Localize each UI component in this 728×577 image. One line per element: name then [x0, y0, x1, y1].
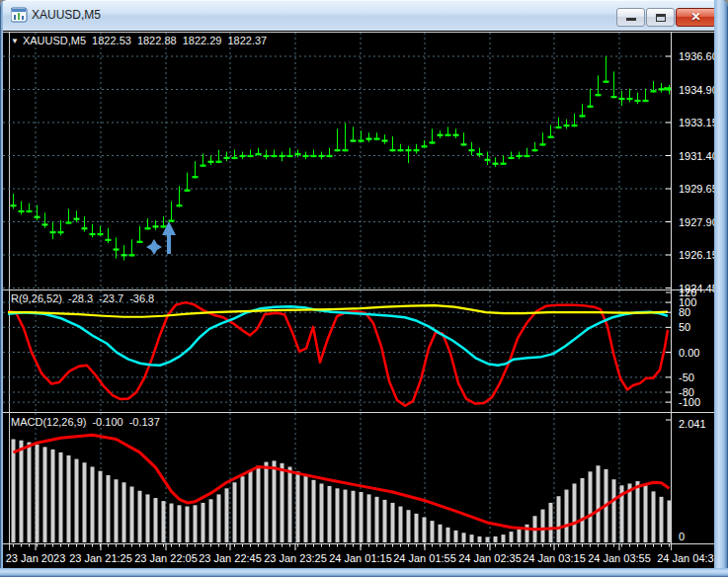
candle-body: [619, 98, 624, 99]
ohlc-header: ▼XAUUSD,M51822.531822.881822.291822.37: [11, 35, 273, 46]
macd-histogram-bar: [59, 453, 63, 542]
candle-body: [280, 155, 284, 156]
candle-body: [27, 210, 32, 211]
time-label: 23 Jan 22:45: [199, 552, 262, 564]
macd-histogram-bar: [454, 531, 458, 542]
chart-window: XAUUSD,M5 ✕ ▼XAUUSD,M51822.531822.881822…: [0, 0, 728, 577]
close-button[interactable]: ✕: [676, 8, 716, 27]
macd-histogram-bar: [565, 490, 569, 542]
window-border-left: [0, 0, 3, 577]
macd-histogram-bar: [83, 462, 87, 542]
macd-histogram-bar: [470, 535, 474, 542]
macd-histogram-bar: [415, 514, 419, 542]
time-label: 23 Jan 2023: [6, 552, 66, 564]
candle-body: [145, 228, 150, 229]
macd-histogram-bar: [407, 510, 411, 542]
maximize-icon: [656, 14, 666, 22]
r-indicator-canvas[interactable]: [3, 290, 671, 412]
maximize-button[interactable]: [646, 8, 675, 27]
macd-axis-min: 0: [679, 531, 685, 542]
candle-body: [295, 153, 300, 154]
macd-label: MACD(12,26,9): [11, 416, 86, 428]
star-icon: [146, 239, 162, 255]
chart-client-area[interactable]: ▼XAUUSD,M51822.531822.881822.291822.37 R…: [3, 31, 714, 568]
candle-body: [572, 124, 577, 125]
macd-histogram-bar: [344, 490, 348, 542]
current-price-marker: [664, 87, 671, 90]
macd-histogram-bar: [612, 479, 616, 542]
candle-body: [390, 150, 395, 151]
candle-body: [596, 95, 601, 96]
price-axis-label: 1931.40: [679, 150, 718, 162]
collapse-arrow-icon[interactable]: ▼: [11, 37, 19, 45]
candle-body: [177, 206, 182, 206]
macd-histogram-bar: [281, 463, 284, 542]
macd-histogram-bar: [91, 466, 95, 542]
candle-body: [137, 241, 142, 242]
macd-canvas[interactable]: [3, 413, 671, 543]
macd-axis-max: 2.041: [679, 418, 706, 430]
price-axis-column[interactable]: 1936.601934.901933.151931.401929.651927.…: [673, 31, 714, 568]
candle-body: [351, 140, 356, 141]
r-indicator-header: R(9,26,52)-28.3-23.7-36.8: [11, 292, 160, 304]
r-axis-label: 50: [679, 321, 690, 333]
price-panel-canvas[interactable]: [3, 33, 671, 289]
macd-histogram-bar: [99, 471, 103, 542]
candle-body: [98, 233, 103, 234]
macd-value-1: -0.100: [92, 416, 122, 428]
candle-body: [414, 150, 419, 151]
candle-body: [643, 100, 648, 101]
candle-body: [501, 163, 506, 164]
macd-histogram-bar: [217, 494, 221, 542]
macd-histogram-bar: [122, 482, 126, 542]
close-value: 1822.37: [227, 35, 267, 46]
price-axis-label: 1933.15: [679, 117, 718, 128]
time-axis[interactable]: 23 Jan 202323 Jan 21:2523 Jan 22:0523 Ja…: [3, 549, 714, 568]
candle-body: [509, 157, 514, 158]
time-label: 24 Jan 01:55: [393, 552, 456, 564]
macd-histogram-bar: [320, 483, 324, 542]
title-bar[interactable]: XAUUSD,M5 ✕: [0, 0, 728, 31]
candle-body: [430, 142, 435, 143]
price-axis-label: 1934.90: [679, 84, 718, 96]
candle-body: [232, 157, 237, 158]
macd-histogram-bar: [194, 505, 198, 542]
candle-body: [651, 91, 656, 92]
candle-body: [588, 106, 593, 107]
high-value: 1822.88: [137, 35, 177, 46]
candle-body: [224, 157, 229, 158]
macd-histogram-bar: [518, 530, 522, 542]
minimize-button[interactable]: [616, 8, 645, 27]
macd-histogram-bar: [304, 476, 308, 542]
candle-body: [335, 150, 340, 151]
macd-histogram-bar: [573, 483, 577, 542]
macd-value-2: -0.137: [129, 416, 160, 428]
candle-body: [185, 190, 190, 191]
macd-histogram-bar: [178, 505, 182, 542]
candle-body: [406, 150, 411, 151]
macd-histogram-bar: [312, 480, 316, 542]
macd-histogram-bar: [67, 455, 71, 542]
macd-histogram-bar: [296, 471, 300, 542]
candle-body: [11, 206, 16, 206]
macd-histogram-bar: [510, 532, 514, 542]
candle-body: [525, 155, 529, 156]
r-value-1: -28.3: [68, 292, 93, 304]
macd-histogram-bar: [383, 500, 387, 542]
macd-histogram-bar: [265, 462, 269, 542]
macd-histogram-bar: [249, 470, 253, 542]
candle-body: [169, 220, 174, 221]
macd-histogram-bar: [162, 501, 166, 542]
candle-body: [611, 97, 616, 98]
candle-body: [532, 150, 537, 151]
candle-body: [366, 138, 371, 139]
candle-body: [438, 134, 443, 135]
time-label: 23 Jan 22:05: [134, 552, 198, 564]
r-axis-label: 80: [679, 306, 690, 318]
candle-body: [359, 140, 364, 141]
candle-body: [477, 153, 482, 154]
r-value-2: -23.7: [99, 292, 123, 304]
low-value: 1822.29: [183, 35, 222, 46]
candle-body: [42, 224, 47, 225]
candle-body: [256, 153, 261, 154]
